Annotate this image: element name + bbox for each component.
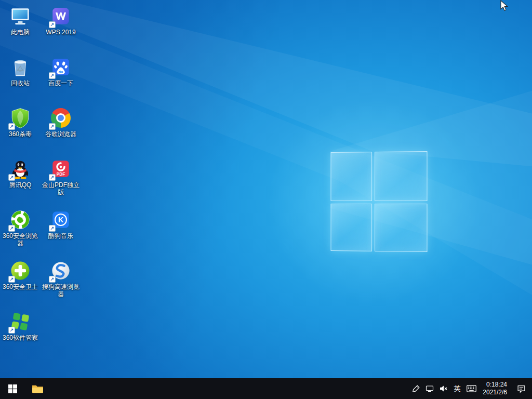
baidu-icon: du ↗ [50, 56, 72, 78]
shortcut-arrow-icon: ↗ [49, 225, 56, 232]
this-pc-icon [9, 5, 31, 27]
shortcut-arrow-icon: ↗ [49, 276, 56, 283]
desktop-icon-label: 360杀毒 [9, 130, 32, 138]
windows-logo-pane [331, 204, 372, 251]
pen-icon[interactable] [409, 378, 423, 399]
desktop-icon-360-secure-browser[interactable]: ↗ 360安全浏览器 [0, 206, 41, 257]
shortcut-arrow-icon: ↗ [49, 72, 56, 79]
shortcut-arrow-icon: ↗ [49, 21, 56, 28]
kugou-music-icon: K ↗ [50, 209, 72, 231]
desktop-icon-kingsoft-pdf[interactable]: PDF ↗ 金山PDF独立版 [41, 155, 81, 206]
desktop-icon-label: 腾讯QQ [9, 181, 32, 189]
360-antivirus-icon: ↗ [9, 107, 31, 129]
desktop-icon-wps-2019[interactable]: ↗ WPS 2019 [41, 2, 81, 53]
360-safety-guard-icon: ↗ [9, 260, 31, 282]
svg-text:PDF: PDF [57, 171, 65, 177]
taskbar-clock[interactable]: 0:18:24 2021/2/6 [478, 378, 511, 399]
windows-logo-pane [331, 152, 372, 201]
windows-logo-pane [375, 204, 428, 252]
desktop-icon-label: 360安全卫士 [3, 283, 38, 290]
desktop-icon-label: 360软件管家 [3, 334, 38, 341]
volume-muted-icon[interactable] [436, 378, 450, 399]
taskbar: 英 0:18:24 2021/2/6 [0, 378, 532, 399]
desktop-icon-label: 搜狗高速浏览器 [41, 283, 81, 298]
desktop-icon-360-antivirus[interactable]: ↗ 360杀毒 [0, 104, 41, 155]
shortcut-arrow-icon: ↗ [8, 225, 15, 232]
desktop-icon-label: 回收站 [11, 79, 30, 87]
shortcut-arrow-icon: ↗ [8, 123, 15, 130]
shortcut-arrow-icon: ↗ [8, 327, 15, 334]
shortcut-arrow-icon: ↗ [49, 123, 56, 130]
desktop-icon-360-software-manager[interactable]: ↗ 360软件管家 [0, 308, 41, 358]
touch-keyboard-icon[interactable] [464, 378, 478, 399]
svg-text:du: du [59, 70, 63, 74]
desktop-icon-tencent-qq[interactable]: ↗ 腾讯QQ [0, 155, 41, 206]
shortcut-arrow-icon: ↗ [8, 276, 15, 283]
desktop-icon-grid: 此电脑 回收站 ↗ 360杀毒 [0, 2, 81, 358]
desktop-icon-sogou-browser[interactable]: ↗ 搜狗高速浏览器 [41, 257, 81, 308]
360-secure-browser-icon: ↗ [9, 209, 31, 231]
shortcut-arrow-icon: ↗ [8, 174, 15, 181]
desktop-icon-baidu[interactable]: du ↗ 百度一下 [41, 53, 81, 104]
sogou-browser-icon: ↗ [50, 260, 72, 282]
desktop-icon-kugou-music[interactable]: K ↗ 酷狗音乐 [41, 206, 81, 257]
network-icon[interactable] [423, 378, 436, 399]
action-center-icon [517, 384, 526, 393]
windows-start-icon [8, 384, 17, 393]
clock-time: 0:18:24 [486, 381, 507, 389]
desktop: 此电脑 回收站 ↗ 360杀毒 [0, 0, 532, 399]
desktop-icon-chrome[interactable]: ↗ 谷歌浏览器 [41, 104, 81, 155]
windows-logo [331, 151, 428, 252]
tencent-qq-icon: ↗ [9, 158, 31, 180]
kingsoft-pdf-icon: PDF ↗ [50, 158, 72, 180]
desktop-icon-recycle-bin[interactable]: 回收站 [0, 53, 41, 104]
svg-text:K: K [58, 216, 63, 224]
system-tray: 英 0:18:24 2021/2/6 [409, 378, 532, 399]
desktop-icon-360-safety-guard[interactable]: ↗ 360安全卫士 [0, 257, 41, 308]
recycle-bin-icon [9, 56, 31, 78]
desktop-icon-label: 谷歌浏览器 [45, 130, 76, 138]
360-software-manager-icon: ↗ [9, 311, 31, 332]
ime-indicator[interactable]: 英 [450, 378, 464, 399]
desktop-icon-this-pc[interactable]: 此电脑 [0, 2, 41, 53]
chrome-icon: ↗ [50, 107, 72, 129]
wps-2019-icon: ↗ [50, 5, 72, 27]
action-center-button[interactable] [511, 378, 531, 399]
windows-logo-pane [375, 151, 428, 201]
shortcut-arrow-icon: ↗ [49, 174, 56, 181]
file-explorer-button[interactable] [25, 378, 50, 399]
clock-date: 2021/2/6 [483, 389, 507, 396]
desktop-icon-label: 酷狗音乐 [48, 232, 73, 240]
desktop-icon-label: 此电脑 [11, 29, 30, 36]
start-button[interactable] [0, 378, 25, 399]
desktop-icon-label: WPS 2019 [46, 29, 75, 36]
desktop-icon-label: 360安全浏览器 [1, 232, 40, 247]
folder-icon [31, 382, 44, 395]
desktop-icon-label: 金山PDF独立版 [41, 181, 81, 196]
desktop-icon-label: 百度一下 [48, 79, 73, 87]
